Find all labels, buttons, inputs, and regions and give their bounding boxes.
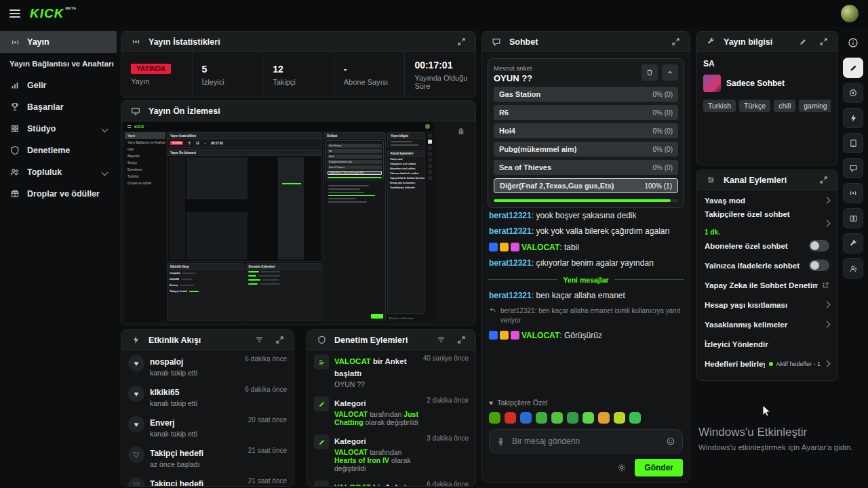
tag[interactable]: Türkçe	[739, 100, 770, 112]
action-account-age[interactable]: Hesap yaşı kısıtlaması	[696, 295, 837, 314]
chat-message[interactable]: berat12321: yok yok valla bilerek çağırd…	[488, 224, 684, 239]
chat-settings-gear-icon[interactable]	[617, 463, 627, 472]
info-button[interactable]	[843, 33, 863, 53]
toggle-off[interactable]	[809, 240, 829, 251]
sidebar-item-droplar[interactable]: Droplar ve ödüller	[0, 183, 117, 205]
action-slow-mode[interactable]: Yavaş mod	[696, 190, 837, 210]
emote-icon[interactable]	[598, 412, 610, 424]
activity-feed-panel: Etkinlik Akışı ♥ nospalojkanalı takip et…	[121, 329, 294, 487]
stream-signal-button[interactable]	[843, 183, 863, 203]
kick-logo[interactable]: KICKBETA	[30, 6, 76, 21]
moderator-badge-icon	[489, 243, 498, 251]
stream-preview-frame[interactable]: KICK Yayın Yayın Bağlantısı ve Anahtarı …	[123, 122, 434, 323]
emote-icon[interactable]	[629, 412, 641, 424]
chat-message[interactable]: berat12321: yook boşver şakasına dedik	[488, 208, 684, 224]
filter-icon[interactable]	[252, 333, 267, 348]
activity-row[interactable]: ♥ nospalojkanalı takip etti 6 dakika önc…	[121, 350, 294, 381]
sliders-icon	[703, 173, 718, 188]
sidebar-item-studyo[interactable]: Stüdyo	[0, 118, 117, 140]
action-followers-only[interactable]: Takipçilere özel sohbet1 dk.	[696, 210, 837, 236]
category-thumbnail[interactable]	[703, 75, 721, 92]
chevron-down-icon	[102, 169, 108, 176]
sidebar-item-topluluk[interactable]: Topluluk	[0, 161, 117, 183]
chat-message[interactable]: berat12321: ben kaçar allaha emanet	[488, 288, 684, 304]
action-banned-words[interactable]: Yasaklanmış kelimeler	[696, 314, 837, 334]
user-avatar[interactable]	[841, 5, 859, 22]
emote-icon[interactable]	[505, 412, 516, 424]
emote-icon[interactable]	[614, 412, 625, 424]
expand-icon[interactable]	[668, 35, 683, 49]
poll-option[interactable]: Pubg(mükemmel aim)0% (0)	[494, 142, 678, 157]
poll-option[interactable]: Gas Station0% (0)	[494, 87, 678, 102]
chat-scroll-area[interactable]: Mevcut anket OYUN ?? Gas Station0% (0) R…	[482, 53, 690, 395]
toggle-off[interactable]	[809, 260, 829, 271]
chat-message[interactable]: VALOCAT: tabii	[488, 240, 684, 256]
invite-button[interactable]	[843, 258, 863, 279]
emote-icon[interactable]	[551, 412, 563, 424]
expand-icon[interactable]	[454, 333, 469, 348]
panels-button[interactable]	[843, 133, 863, 153]
reply-arrow-icon	[489, 306, 496, 314]
sidebar-item-basarilar[interactable]: Başarılar	[0, 96, 117, 118]
poll-option[interactable]: Sea of Thieves0% (0)	[494, 160, 678, 175]
sidebar-item-denetleme[interactable]: Denetleme	[0, 140, 117, 161]
mini-hamburger-icon	[127, 125, 131, 128]
expand-icon[interactable]	[454, 35, 469, 49]
moderation-row[interactable]: VALOCAT bir Anket başlattıOYUN?? 6 dakik…	[307, 476, 475, 487]
emote-icon[interactable]	[489, 412, 500, 424]
tools-button[interactable]	[843, 233, 863, 253]
poll-label: Mevcut anket	[494, 64, 637, 72]
send-button[interactable]: Gönder	[635, 459, 683, 476]
action-host-viewers[interactable]: İzleyici Yönlendir	[696, 334, 837, 354]
category-name[interactable]: Sadece Sohbet	[726, 79, 785, 88]
poll-option[interactable]: R60% (0)	[494, 105, 678, 120]
filter-icon[interactable]	[433, 333, 448, 348]
chat-button[interactable]	[843, 158, 863, 178]
activity-row-goal[interactable]: ♡ Takipçi hedefiaz önce sonlandı 21 saat…	[121, 472, 294, 487]
layout-button[interactable]	[843, 208, 863, 228]
emote-icon[interactable]	[520, 412, 532, 424]
expand-icon[interactable]	[272, 333, 287, 348]
moderation-row[interactable]: KategoriVALOCAT tarafından Hearts of Iro…	[307, 430, 475, 476]
expand-icon[interactable]	[816, 173, 831, 188]
tag[interactable]: gaming	[799, 100, 831, 112]
record-button[interactable]	[843, 83, 863, 103]
current-poll-card: Mevcut anket OYUN ?? Gas Station0% (0) R…	[488, 58, 684, 208]
preview-ghost-icon[interactable]	[456, 127, 466, 136]
moderation-row[interactable]: VALOCAT bir Anket başlattıOYUN ?? 40 san…	[307, 350, 475, 392]
poll-option[interactable]: Hoi40% (0)	[494, 123, 678, 138]
chat-message[interactable]: VALOCAT: Görüşürüz	[488, 328, 684, 344]
chat-message[interactable]: berat12321: çıkıyorlar benim agalar yayı…	[488, 256, 684, 271]
activity-row[interactable]: ♥ klkiki65kanalı takip etti 6 dakika önc…	[121, 381, 294, 411]
boost-button[interactable]	[843, 108, 863, 128]
message-input[interactable]	[511, 436, 660, 447]
stat-label: Takipçi	[273, 78, 334, 86]
stat-value: -	[344, 64, 405, 75]
delete-poll-button[interactable]	[642, 64, 658, 81]
mic-icon[interactable]	[496, 437, 505, 446]
action-ai-moderation[interactable]: Yapay Zeka ile Sohbet Denetimi	[696, 275, 837, 295]
emoji-picker-icon[interactable]	[666, 436, 675, 446]
mouse-cursor	[762, 405, 772, 417]
action-subscribers-only[interactable]: Abonelere özel sohbet	[696, 236, 837, 256]
hamburger-menu-icon[interactable]	[9, 9, 20, 18]
stat-value: 00:17:01	[414, 60, 475, 70]
tag[interactable]: Turkish	[703, 100, 736, 112]
activity-row[interactable]: ♥ Enverjkanalı takip etti 20 saat önce	[121, 411, 294, 442]
collapse-poll-button[interactable]	[662, 64, 678, 81]
moderation-row[interactable]: KategoriVALOCAT tarafından Just Chatting…	[307, 392, 475, 430]
action-set-goals[interactable]: Hedefleri belirleyin Aktif hedefler - 1	[696, 354, 837, 373]
emote-icon[interactable]	[536, 412, 547, 424]
sidebar-item-gelir[interactable]: Gelir	[0, 75, 117, 96]
emote-icon[interactable]	[583, 412, 594, 424]
poll-option-selected[interactable]: Diğer(Fnaf 2,Texas,Gus gus,Ets)100% (1)	[494, 178, 678, 193]
tag[interactable]: chill	[774, 100, 795, 112]
edit-icon[interactable]	[795, 35, 810, 49]
edit-mode-button[interactable]	[843, 58, 863, 78]
sidebar-item-yayin[interactable]: Yayın	[0, 31, 117, 53]
activity-row-goal[interactable]: ♡ Takipçi hedefiaz önce başladı 21 saat …	[121, 442, 294, 472]
emote-icon[interactable]	[567, 412, 578, 424]
sidebar-item-yayin-baglantisi[interactable]: Yayın Bağlantısı ve Anahtarı	[0, 53, 117, 75]
expand-icon[interactable]	[816, 35, 831, 49]
action-emotes-only[interactable]: Yalnızca ifadelerle sohbet	[696, 256, 837, 275]
